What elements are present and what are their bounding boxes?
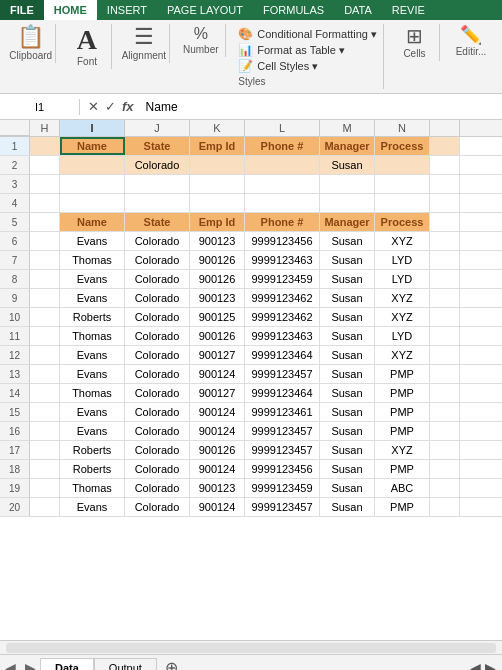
list-item[interactable]: Manager [320, 137, 375, 155]
list-item[interactable]: PMP [375, 365, 430, 383]
list-item[interactable]: 9999123462 [245, 289, 320, 307]
list-item[interactable]: 9999123459 [245, 270, 320, 288]
list-item[interactable]: 9999123456 [245, 460, 320, 478]
list-item[interactable]: XYZ [375, 308, 430, 326]
h-scroll-track[interactable] [6, 643, 496, 653]
list-item[interactable] [430, 194, 460, 212]
list-item[interactable]: Colorado [125, 289, 190, 307]
list-item[interactable]: Colorado [125, 498, 190, 516]
list-item[interactable]: Process [375, 213, 430, 231]
list-item[interactable]: Susan [320, 403, 375, 421]
list-item[interactable] [430, 460, 460, 478]
list-item[interactable] [30, 346, 60, 364]
list-item[interactable] [430, 422, 460, 440]
list-item[interactable] [60, 194, 125, 212]
list-item[interactable] [430, 479, 460, 497]
list-item[interactable]: 900123 [190, 479, 245, 497]
list-item[interactable] [430, 365, 460, 383]
cell-styles-btn[interactable]: 📝 Cell Styles ▾ [238, 58, 377, 74]
tab-page-layout[interactable]: PAGE LAYOUT [157, 0, 253, 20]
list-item[interactable]: LYD [375, 270, 430, 288]
list-item[interactable] [30, 270, 60, 288]
list-item[interactable] [430, 232, 460, 250]
list-item[interactable]: 900124 [190, 460, 245, 478]
list-item[interactable]: Name [60, 137, 125, 155]
list-item[interactable] [375, 175, 430, 193]
list-item[interactable] [430, 175, 460, 193]
list-item[interactable] [30, 289, 60, 307]
list-item[interactable]: Evans [60, 365, 125, 383]
list-item[interactable]: Thomas [60, 479, 125, 497]
list-item[interactable]: Susan [320, 232, 375, 250]
list-item[interactable]: Susan [320, 365, 375, 383]
list-item[interactable]: Roberts [60, 308, 125, 326]
list-item[interactable] [430, 327, 460, 345]
list-item[interactable] [30, 403, 60, 421]
list-item[interactable]: 900123 [190, 289, 245, 307]
sheet-nav-right[interactable]: ▶ [20, 660, 40, 671]
list-item[interactable]: Emp Id [190, 137, 245, 155]
list-item[interactable]: Colorado [125, 422, 190, 440]
list-item[interactable] [430, 213, 460, 231]
list-item[interactable]: 900125 [190, 308, 245, 326]
list-item[interactable]: 9999123456 [245, 232, 320, 250]
list-item[interactable]: 9999123464 [245, 346, 320, 364]
list-item[interactable] [30, 251, 60, 269]
list-item[interactable]: 900127 [190, 384, 245, 402]
list-item[interactable]: Evans [60, 422, 125, 440]
horizontal-scrollbar[interactable] [0, 640, 502, 654]
list-item[interactable] [430, 251, 460, 269]
list-item[interactable]: Susan [320, 308, 375, 326]
list-item[interactable] [430, 289, 460, 307]
list-item[interactable]: 900123 [190, 232, 245, 250]
conditional-formatting-btn[interactable]: 🎨 Conditional Formatting ▾ [238, 26, 377, 42]
list-item[interactable] [125, 175, 190, 193]
list-item[interactable]: PMP [375, 422, 430, 440]
list-item[interactable] [430, 441, 460, 459]
list-item[interactable]: Thomas [60, 384, 125, 402]
list-item[interactable] [430, 137, 460, 155]
sheet-scroll-right[interactable]: ▶ [485, 660, 496, 671]
list-item[interactable]: Susan [320, 479, 375, 497]
list-item[interactable]: 9999123463 [245, 251, 320, 269]
list-item[interactable] [30, 308, 60, 326]
list-item[interactable]: 9999123457 [245, 441, 320, 459]
list-item[interactable] [430, 346, 460, 364]
list-item[interactable]: XYZ [375, 441, 430, 459]
list-item[interactable]: 9999123457 [245, 422, 320, 440]
list-item[interactable] [375, 156, 430, 174]
sheet-tab-output[interactable]: Output [94, 658, 157, 671]
list-item[interactable]: 900126 [190, 270, 245, 288]
list-item[interactable]: Colorado [125, 479, 190, 497]
list-item[interactable]: Susan [320, 327, 375, 345]
list-item[interactable] [30, 175, 60, 193]
list-item[interactable] [320, 194, 375, 212]
list-item[interactable]: Evans [60, 289, 125, 307]
list-item[interactable] [430, 384, 460, 402]
sheet-scroll-left[interactable]: ◀ [470, 660, 481, 671]
list-item[interactable]: PMP [375, 384, 430, 402]
list-item[interactable]: Thomas [60, 327, 125, 345]
list-item[interactable] [430, 498, 460, 516]
list-item[interactable]: Susan [320, 460, 375, 478]
list-item[interactable]: Susan [320, 251, 375, 269]
list-item[interactable]: 9999123457 [245, 498, 320, 516]
list-item[interactable]: 9999123461 [245, 403, 320, 421]
list-item[interactable]: PMP [375, 403, 430, 421]
list-item[interactable]: 900127 [190, 346, 245, 364]
list-item[interactable]: 900124 [190, 422, 245, 440]
list-item[interactable]: State [125, 213, 190, 231]
list-item[interactable] [430, 270, 460, 288]
list-item[interactable]: Susan [320, 441, 375, 459]
list-item[interactable]: Susan [320, 498, 375, 516]
list-item[interactable]: Susan [320, 384, 375, 402]
list-item[interactable]: LYD [375, 327, 430, 345]
list-item[interactable] [30, 213, 60, 231]
list-item[interactable]: 9999123463 [245, 327, 320, 345]
tab-formulas[interactable]: FORMULAS [253, 0, 334, 20]
list-item[interactable]: Susan [320, 289, 375, 307]
list-item[interactable]: PMP [375, 460, 430, 478]
list-item[interactable]: Evans [60, 346, 125, 364]
list-item[interactable]: 900126 [190, 251, 245, 269]
list-item[interactable]: Emp Id [190, 213, 245, 231]
